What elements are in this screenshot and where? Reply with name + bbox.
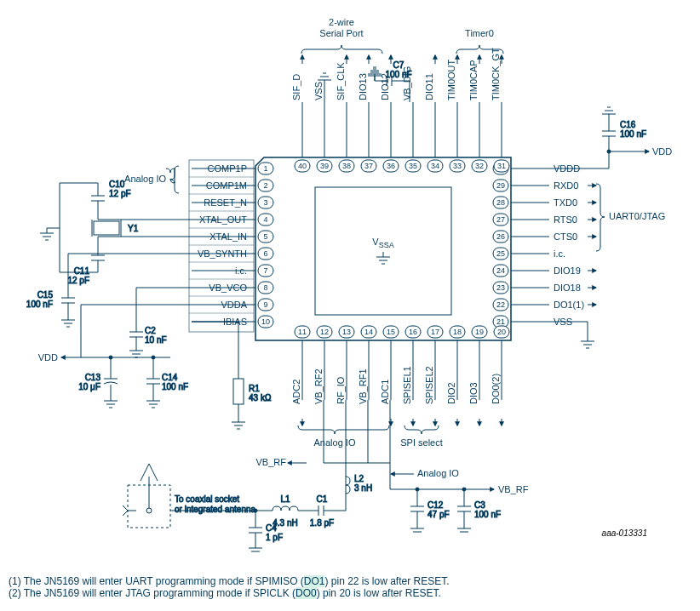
pin-label-37: DIO13 xyxy=(358,73,368,100)
svg-text:3: 3 xyxy=(263,198,267,207)
svg-text:16: 16 xyxy=(409,328,417,336)
pin-label-32: TIM0CAP xyxy=(468,60,479,100)
pin-label-16: SPISEL1 xyxy=(402,366,412,404)
svg-text:25: 25 xyxy=(496,249,505,258)
pin-label-11: ADC2 xyxy=(291,380,301,404)
pin-label-8: VB_VCO xyxy=(209,283,247,293)
label-analog-io-b: Analog IO xyxy=(417,468,459,478)
svg-text:5: 5 xyxy=(263,232,267,241)
svg-text:Analog IO: Analog IO xyxy=(124,174,166,184)
svg-text:To coaxial socket: To coaxial socket xyxy=(175,494,239,504)
svg-text:100 nF: 100 nF xyxy=(620,129,646,139)
schematic-diagram: VSSA 1COMP1P2COMP1M3RESET_N4XTAL_OUT5XTA… xyxy=(0,0,700,562)
pin-27: 27 xyxy=(493,214,508,226)
svg-text:6: 6 xyxy=(263,249,267,258)
pin-13: 13 xyxy=(339,326,354,338)
svg-text:SPI select: SPI select xyxy=(400,437,443,448)
svg-text:VDD: VDD xyxy=(652,146,672,157)
svg-text:Y1: Y1 xyxy=(128,224,139,233)
pin-33: 33 xyxy=(450,160,465,172)
pin-label-39: VSS xyxy=(313,82,324,100)
svg-text:VB_RF: VB_RF xyxy=(256,457,287,467)
footnote-1: (1) The JN5169 will enter UART programmi… xyxy=(9,575,691,587)
c15: C15 100 nF xyxy=(26,254,192,327)
svg-text:1 pF: 1 pF xyxy=(266,533,283,542)
svg-point-260 xyxy=(109,356,112,359)
pin-3: 3 xyxy=(258,197,273,208)
group-analog-io-bottom-a: Analog IO xyxy=(298,425,389,448)
svg-text:10: 10 xyxy=(261,317,270,326)
pin-14: 14 xyxy=(361,326,376,338)
svg-text:35: 35 xyxy=(409,162,417,170)
svg-text:2-wire: 2-wire xyxy=(329,17,354,27)
svg-text:20: 20 xyxy=(497,328,506,336)
pin-label-24: DIO19 xyxy=(554,266,581,276)
pins-left: 1COMP1P2COMP1M3RESET_N4XTAL_OUT5XTAL_IN6… xyxy=(189,160,273,332)
pin-31: 31 xyxy=(494,160,509,172)
pin-label-15: ADC1 xyxy=(380,380,390,404)
svg-text:VDD: VDD xyxy=(38,352,58,363)
label-vb-rf-left: VB_RF xyxy=(256,457,307,467)
group-timer0: Timer0 xyxy=(456,28,503,54)
svg-text:15: 15 xyxy=(387,328,395,336)
svg-text:2: 2 xyxy=(263,181,267,190)
pin-19: 19 xyxy=(472,326,487,338)
svg-text:32: 32 xyxy=(475,162,484,170)
svg-text:UART0/JTAG: UART0/JTAG xyxy=(609,211,665,221)
pin-11: 11 xyxy=(295,326,310,338)
pin-label-31: TIM0CK_GT xyxy=(491,48,501,100)
pin-2: 2 xyxy=(258,180,273,191)
svg-text:39: 39 xyxy=(320,162,329,170)
pin-label-29: RXD0 xyxy=(554,180,578,191)
svg-text:34: 34 xyxy=(431,162,439,170)
svg-text:38: 38 xyxy=(342,162,351,170)
footnotes: (1) The JN5169 will enter UART programmi… xyxy=(9,575,691,599)
label-vdd-top: VDD xyxy=(630,146,672,157)
pin-7: 7 xyxy=(258,265,273,277)
pin-17: 17 xyxy=(427,326,443,338)
svg-point-281 xyxy=(607,150,611,153)
group-analog-io-left: Analog IO xyxy=(124,166,179,193)
svg-rect-0 xyxy=(315,187,451,315)
svg-text:26: 26 xyxy=(496,232,505,241)
group-uart-jtag: UART0/JTAG xyxy=(596,184,665,251)
pin-label-5: XTAL_IN xyxy=(209,231,247,242)
pin-label-2: COMP1M xyxy=(206,180,247,191)
pin-1: 1 xyxy=(258,163,273,174)
pin-22: 22 xyxy=(493,299,508,311)
pin-20: 20 xyxy=(494,326,509,338)
pin-label-25: i.c. xyxy=(554,248,565,259)
svg-rect-264 xyxy=(233,379,244,404)
svg-point-324 xyxy=(416,488,419,491)
pin-37: 37 xyxy=(361,160,376,172)
pin-label-17: SPISEL2 xyxy=(424,366,434,404)
c2: C2 10 nF xyxy=(129,288,192,357)
crystal-network: Y1 C10 12 pF C11 12 pF xyxy=(40,180,192,285)
svg-text:1: 1 xyxy=(263,164,267,173)
svg-text:29: 29 xyxy=(496,181,505,190)
pin-38: 38 xyxy=(339,160,354,172)
svg-text:8: 8 xyxy=(263,283,267,292)
svg-text:37: 37 xyxy=(364,162,373,170)
pin-23: 23 xyxy=(493,282,508,294)
pin-label-4: XTAL_OUT xyxy=(199,214,247,225)
svg-text:24: 24 xyxy=(496,266,505,275)
doc-id: aaa-013331 xyxy=(602,528,647,538)
group-spi-select: SPI select xyxy=(400,425,443,448)
svg-text:4: 4 xyxy=(263,215,267,224)
pin-label-22: DO1(1) xyxy=(554,300,584,310)
pin-6: 6 xyxy=(258,248,273,260)
pin-label-19: DIO3 xyxy=(468,382,479,404)
pins-right: 30VDDD29RXD028TXD027RTS026CTS025i.c.24DI… xyxy=(493,163,596,328)
pin-label-28: TXD0 xyxy=(554,197,577,208)
svg-text:C11: C11 xyxy=(74,266,90,276)
svg-text:19: 19 xyxy=(475,328,484,336)
svg-point-331 xyxy=(462,488,466,491)
pin-label-12: VB_RF2 xyxy=(313,368,324,404)
svg-text:C3: C3 xyxy=(474,500,485,510)
svg-text:R1: R1 xyxy=(249,384,260,393)
svg-text:10 μF: 10 μF xyxy=(78,382,100,391)
svg-text:33: 33 xyxy=(453,162,462,170)
svg-text:31: 31 xyxy=(497,162,506,170)
pin-label-18: DIO2 xyxy=(446,382,456,404)
